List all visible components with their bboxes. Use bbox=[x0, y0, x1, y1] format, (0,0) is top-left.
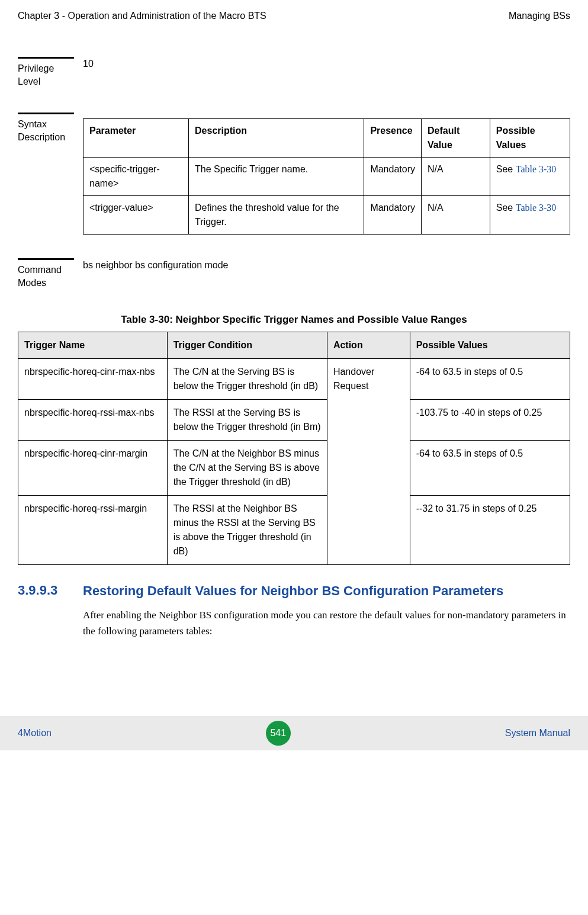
trigger-cell: The RSSI at the Serving BS is below the … bbox=[167, 399, 327, 440]
section-number: 3.9.9.3 bbox=[18, 583, 83, 598]
trigger-table: Trigger Name Trigger Condition Action Po… bbox=[18, 332, 570, 565]
syntax-label: Syntax Description bbox=[18, 113, 83, 145]
command-modes-value: bs neighbor bs configuration mode bbox=[83, 258, 570, 272]
command-modes-label-line1: Command bbox=[18, 265, 62, 275]
page-number-badge: 541 bbox=[266, 721, 291, 746]
privilege-label-line2: Level bbox=[18, 76, 40, 86]
syntax-th-parameter: Parameter bbox=[83, 118, 189, 157]
body-paragraph: After enabling the Neighbor BS configura… bbox=[83, 608, 570, 639]
table-link[interactable]: Table 3-30 bbox=[516, 164, 557, 174]
trigger-cell: The C/N at the Serving BS is below the T… bbox=[167, 358, 327, 399]
syntax-cell: The Specific Trigger name. bbox=[189, 157, 364, 195]
privilege-label-line1: Privilege bbox=[18, 63, 54, 73]
syntax-label-line2: Description bbox=[18, 132, 65, 142]
table-link[interactable]: Table 3-30 bbox=[516, 203, 557, 213]
trigger-cell: nbrspecific-horeq-rssi-margin bbox=[18, 495, 168, 564]
trigger-action-cell: Handover Request bbox=[327, 358, 410, 564]
trigger-cell: -64 to 63.5 in steps of 0.5 bbox=[410, 358, 570, 399]
syntax-table: Parameter Description Presence Default V… bbox=[83, 118, 570, 235]
trigger-th-possible: Possible Values bbox=[410, 332, 570, 358]
syntax-cell: N/A bbox=[421, 157, 490, 195]
command-modes-label-line2: Modes bbox=[18, 278, 46, 288]
trigger-table-caption: Table 3-30: Neighbor Specific Trigger Na… bbox=[18, 314, 570, 326]
syntax-label-line1: Syntax bbox=[18, 119, 47, 129]
command-modes-label: Command Modes bbox=[18, 258, 83, 290]
trigger-th-condition: Trigger Condition bbox=[167, 332, 327, 358]
syntax-cell: See Table 3-30 bbox=[490, 195, 570, 234]
section-heading: 3.9.9.3 Restoring Default Values for Nei… bbox=[18, 583, 570, 600]
trigger-cell: -103.75 to -40 in steps of 0.25 bbox=[410, 399, 570, 440]
syntax-th-default: Default Value bbox=[421, 118, 490, 157]
syntax-cell: See Table 3-30 bbox=[490, 157, 570, 195]
trigger-cell: The RSSI at the Neighbor BS minus the RS… bbox=[167, 495, 327, 564]
syntax-cell: Mandatory bbox=[364, 157, 422, 195]
syntax-th-possible: Possible Values bbox=[490, 118, 570, 157]
section-title: Restoring Default Values for Neighbor BS… bbox=[83, 583, 503, 600]
syntax-see-prefix: See bbox=[496, 203, 516, 213]
syntax-row: <specific-trigger-name> The Specific Tri… bbox=[83, 157, 570, 195]
header-right: Managing BSs bbox=[509, 11, 570, 21]
syntax-cell: N/A bbox=[421, 195, 490, 234]
trigger-th-action: Action bbox=[327, 332, 410, 358]
trigger-cell: The C/N at the Neighbor BS minus the C/N… bbox=[167, 440, 327, 495]
trigger-row: nbrspecific-horeq-cinr-max-nbs The C/N a… bbox=[18, 358, 570, 399]
privilege-label: Privilege Level bbox=[18, 57, 83, 89]
syntax-see-prefix: See bbox=[496, 164, 516, 174]
trigger-cell: --32 to 31.75 in steps of 0.25 bbox=[410, 495, 570, 564]
syntax-cell: Mandatory bbox=[364, 195, 422, 234]
syntax-cell: <trigger-value> bbox=[83, 195, 189, 234]
footer-right: System Manual bbox=[505, 728, 570, 739]
trigger-cell: -64 to 63.5 in steps of 0.5 bbox=[410, 440, 570, 495]
header-left: Chapter 3 - Operation and Administration… bbox=[18, 11, 266, 21]
syntax-th-description: Description bbox=[189, 118, 364, 157]
footer-left: 4Motion bbox=[18, 728, 52, 739]
trigger-cell: nbrspecific-horeq-rssi-max-nbs bbox=[18, 399, 168, 440]
trigger-row: nbrspecific-horeq-rssi-max-nbs The RSSI … bbox=[18, 399, 570, 440]
privilege-value: 10 bbox=[83, 57, 570, 71]
page-footer: 4Motion 541 System Manual bbox=[0, 716, 588, 750]
trigger-row: nbrspecific-horeq-rssi-margin The RSSI a… bbox=[18, 495, 570, 564]
syntax-th-presence: Presence bbox=[364, 118, 422, 157]
page-header: Chapter 3 - Operation and Administration… bbox=[18, 11, 570, 21]
trigger-cell: nbrspecific-horeq-cinr-max-nbs bbox=[18, 358, 168, 399]
trigger-cell: nbrspecific-horeq-cinr-margin bbox=[18, 440, 168, 495]
trigger-th-name: Trigger Name bbox=[18, 332, 168, 358]
syntax-cell: Defines the threshold value for the Trig… bbox=[189, 195, 364, 234]
syntax-row: <trigger-value> Defines the threshold va… bbox=[83, 195, 570, 234]
trigger-row: nbrspecific-horeq-cinr-margin The C/N at… bbox=[18, 440, 570, 495]
syntax-cell: <specific-trigger-name> bbox=[83, 157, 189, 195]
